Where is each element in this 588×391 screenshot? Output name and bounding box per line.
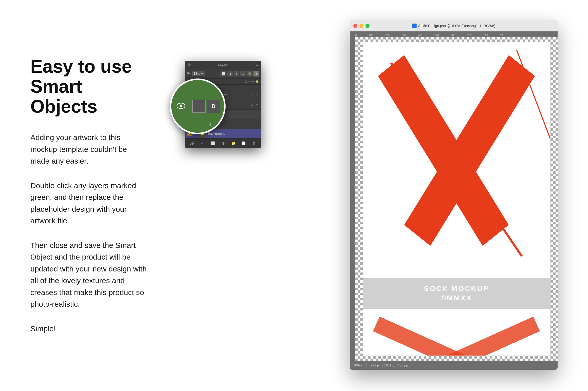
- layers-filter-icons: ⬜ ◑ T ⬡ 🔒 ●: [220, 71, 259, 76]
- layers-bottom-bar: 🔗 fx ⬜ ◑ 📁 📄 🗑: [185, 139, 261, 148]
- sock-brand-line1: SOCK MOCKUP: [424, 284, 489, 293]
- zoom-thumb-2: B: [207, 100, 220, 113]
- ruler-marks: 0 100 200 300 400 500 600 700 800 900: [350, 31, 517, 37]
- ankle-icons: ⊞ ▾: [250, 93, 259, 97]
- zoom-thumb-1: [192, 100, 206, 113]
- foot-smart-icon: ⊞: [250, 103, 254, 107]
- status-arrow[interactable]: ›: [417, 363, 418, 367]
- filter-adjustment-icon[interactable]: ◑: [227, 71, 233, 76]
- sock-x-svg: [363, 42, 550, 277]
- svg-text:B: B: [212, 103, 215, 109]
- sock-brand-text: SOCK MOCKUP ©MMXX: [424, 284, 489, 303]
- paragraph-1: Adding your artwork to this mockup templ…: [30, 132, 147, 167]
- filter-type-icon[interactable]: T: [234, 71, 239, 76]
- adjustment-button[interactable]: ◑: [220, 140, 226, 147]
- sock-band: SOCK MOCKUP ©MMXX: [363, 278, 550, 309]
- ruler-200: 200: [385, 34, 390, 37]
- ruler-600: 600: [451, 34, 455, 37]
- foot-icons: ⊞ ▾: [250, 103, 259, 107]
- svg-line-0: [517, 50, 550, 147]
- paragraph-2: Double-click any layers marked green, an…: [30, 180, 147, 227]
- layers-panel-title: Layers: [218, 63, 228, 67]
- lock-all-icon[interactable]: 🔒: [255, 80, 259, 83]
- filter-label: Kind: [194, 72, 200, 75]
- ps-app-icon: [412, 24, 417, 28]
- layers-panel-titlebar: Layers ≡: [185, 61, 261, 69]
- page-container: Easy to use Smart Objects Adding your ar…: [0, 0, 588, 391]
- heading-line1: Easy to use: [30, 56, 132, 76]
- minimize-button[interactable]: [359, 24, 363, 28]
- lock-icons: ⬡ ✏ ✛ 🔒: [245, 80, 259, 83]
- paragraph-4: Simple!: [30, 323, 147, 335]
- canvas-area: SOCK MOCKUP ©MMXX: [350, 37, 558, 361]
- filter-smart-icon[interactable]: 🔒: [247, 71, 252, 76]
- window-title: Ankle Design.psb @ 100% (Rectangle 1, RG…: [412, 24, 495, 28]
- fx-button[interactable]: fx: [199, 140, 206, 147]
- ruler-400: 400: [418, 34, 422, 37]
- ruler-700: 700: [467, 34, 472, 37]
- search-icon: 🔍: [187, 72, 191, 75]
- ankle-smart-icon: ⊞: [250, 93, 254, 97]
- sock-mockup: SOCK MOCKUP ©MMXX: [363, 42, 550, 356]
- lock-pixels-icon[interactable]: ✏: [248, 80, 251, 83]
- status-separator: |: [366, 363, 366, 367]
- sock-lower-svg: [363, 309, 550, 356]
- ruler-300: 300: [402, 34, 406, 37]
- panel-close-button[interactable]: [188, 63, 191, 66]
- ps-titlebar: Ankle Design.psb @ 100% (Rectangle 1, RG…: [350, 20, 558, 31]
- layers-filter-select[interactable]: Kind ▾: [192, 71, 205, 76]
- canvas-dimensions: 978 px x 1661 px (300 ppcm): [371, 363, 413, 367]
- new-layer-button[interactable]: 📄: [240, 140, 247, 147]
- filter-shape-icon[interactable]: ⬡: [240, 71, 246, 76]
- ruler-0: 0: [355, 34, 357, 37]
- link-layers-button[interactable]: 🔗: [189, 140, 195, 147]
- sock-brand-line2: ©MMXX: [424, 294, 489, 303]
- layers-menu-icon[interactable]: ≡: [256, 63, 259, 67]
- zoom-eye: [176, 103, 186, 110]
- canvas-content: SOCK MOCKUP ©MMXX: [363, 42, 550, 356]
- zoom-expand-icon: ⤵: [209, 122, 211, 128]
- ruler-800: 800: [484, 34, 488, 37]
- ruler-vertical: [350, 37, 355, 361]
- filter-toggle[interactable]: ●: [253, 71, 259, 76]
- layers-filter-row: 🔍 Kind ▾ ⬜ ◑ T ⬡ 🔒 ●: [185, 69, 261, 79]
- ankle-expand-icon[interactable]: ▾: [255, 93, 259, 97]
- filter-dropdown-arrow: ▾: [201, 72, 203, 75]
- ruler-900: 900: [500, 34, 504, 37]
- filter-pixel-icon[interactable]: ⬜: [220, 71, 226, 76]
- ps-canvas[interactable]: SOCK MOCKUP ©MMXX: [355, 37, 558, 361]
- ruler-100: 100: [369, 34, 373, 37]
- lock-position-icon[interactable]: ✛: [252, 80, 254, 83]
- mockup-section: Ankle Design.psb @ 100% (Rectangle 1, RG…: [162, 0, 558, 391]
- zoom-content: B ⤵: [171, 80, 224, 133]
- lock-transparency-icon[interactable]: ⬡: [245, 80, 247, 83]
- close-button[interactable]: [353, 24, 357, 28]
- svg-point-12: [180, 105, 182, 107]
- heading-line2: Smart Objects: [30, 76, 97, 116]
- maximize-button[interactable]: [365, 24, 370, 28]
- zoom-thumbnails: B: [192, 100, 220, 113]
- ps-statusbar: 100% | 978 px x 1661 px (300 ppcm) ›: [350, 361, 558, 370]
- delete-layer-button[interactable]: 🗑: [251, 140, 257, 147]
- ruler-horizontal: 0 100 200 300 400 500 600 700 800 900: [350, 31, 558, 37]
- group-button[interactable]: 📁: [230, 140, 237, 147]
- window-title-text: Ankle Design.psb @ 100% (Rectangle 1, RG…: [418, 24, 495, 28]
- ruler-500: 500: [434, 34, 439, 37]
- zoom-circle: B ⤵: [170, 79, 226, 134]
- foot-expand-icon[interactable]: ▾: [255, 103, 259, 107]
- main-heading: Easy to use Smart Objects: [30, 56, 147, 117]
- zoom-level: 100%: [353, 363, 362, 367]
- paragraph-3: Then close and save the Smart Object and…: [30, 240, 147, 310]
- photoshop-window: Ankle Design.psb @ 100% (Rectangle 1, RG…: [350, 20, 558, 370]
- add-mask-button[interactable]: ⬜: [209, 140, 216, 147]
- text-section: Easy to use Smart Objects Adding your ar…: [30, 56, 162, 335]
